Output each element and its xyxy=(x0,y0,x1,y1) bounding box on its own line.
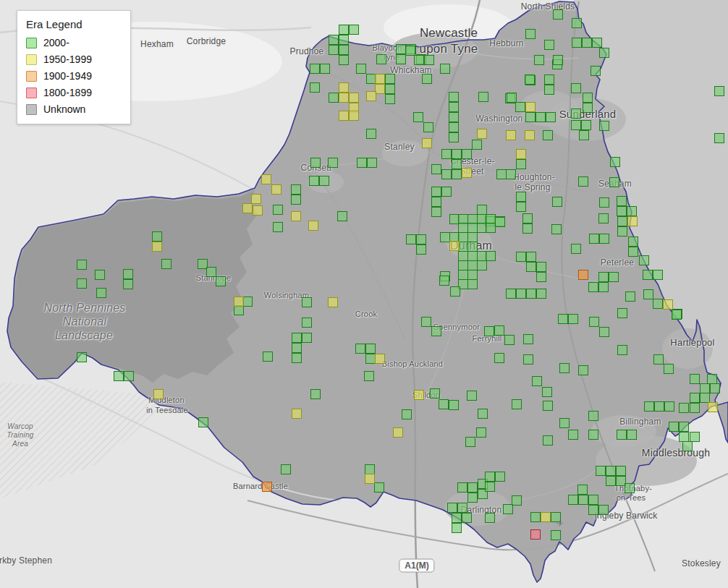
era-grid-cell-y[interactable] xyxy=(292,409,302,419)
era-grid-cell-g[interactable] xyxy=(367,158,377,168)
era-grid-cell-g[interactable] xyxy=(588,430,598,440)
era-grid-cell-g[interactable] xyxy=(413,112,423,122)
era-grid-cell-g[interactable] xyxy=(503,504,513,514)
era-grid-cell-g[interactable] xyxy=(291,195,301,205)
era-grid-cell-g[interactable] xyxy=(77,278,87,289)
era-grid-cell-g[interactable] xyxy=(571,83,581,93)
era-grid-cell-g[interactable] xyxy=(544,40,554,50)
era-grid-cell-g[interactable] xyxy=(551,530,561,540)
era-grid-cell-g[interactable] xyxy=(396,44,406,54)
era-grid-cell-g[interactable] xyxy=(653,299,663,309)
era-grid-cell-y[interactable] xyxy=(393,427,403,438)
era-grid-cell-g[interactable] xyxy=(485,482,495,492)
era-grid-cell-y[interactable] xyxy=(449,241,460,251)
era-grid-cell-y[interactable] xyxy=(339,93,349,103)
era-grid-cell-g[interactable] xyxy=(467,242,478,252)
era-grid-cell-g[interactable] xyxy=(310,64,320,74)
era-grid-cell-g[interactable] xyxy=(525,74,535,85)
era-grid-cell-g[interactable] xyxy=(599,327,609,337)
era-grid-cell-g[interactable] xyxy=(123,279,133,289)
era-grid-cell-g[interactable] xyxy=(599,197,609,208)
era-grid-cell-g[interactable] xyxy=(349,25,359,35)
era-grid-cell-g[interactable] xyxy=(516,159,526,169)
era-grid-cell-g[interactable] xyxy=(609,177,619,187)
era-grid-cell-g[interactable] xyxy=(465,437,475,447)
era-grid-cell-y[interactable] xyxy=(462,168,472,178)
era-grid-cell-g[interactable] xyxy=(578,365,588,375)
era-grid-cell-g[interactable] xyxy=(610,157,620,167)
era-grid-cell-y[interactable] xyxy=(525,102,536,112)
era-grid-cell-g[interactable] xyxy=(356,64,366,74)
era-grid-cell-g[interactable] xyxy=(337,211,347,221)
era-grid-cell-g[interactable] xyxy=(234,305,244,315)
era-grid-cell-g[interactable] xyxy=(599,234,609,244)
era-grid-cell-g[interactable] xyxy=(553,9,563,20)
era-grid-cell-g[interactable] xyxy=(114,371,124,381)
era-grid-cell-y[interactable] xyxy=(349,111,359,121)
era-grid-cell-g[interactable] xyxy=(516,202,526,212)
era-grid-cell-g[interactable] xyxy=(536,289,546,299)
era-grid-cell-g[interactable] xyxy=(504,335,515,345)
era-grid-cell-g[interactable] xyxy=(452,513,462,523)
era-grid-cell-g[interactable] xyxy=(588,411,598,421)
era-grid-cell-g[interactable] xyxy=(273,205,283,215)
era-grid-cell-g[interactable] xyxy=(523,334,533,344)
era-grid-cell-g[interactable] xyxy=(458,270,468,280)
era-grid-cell-g[interactable] xyxy=(242,297,253,307)
era-grid-cell-g[interactable] xyxy=(525,112,536,122)
era-grid-cell-g[interactable] xyxy=(439,276,449,286)
era-grid-cell-g[interactable] xyxy=(690,403,700,413)
era-grid-cell-g[interactable] xyxy=(617,196,627,206)
era-grid-cell-g[interactable] xyxy=(542,387,552,397)
era-grid-cell-g[interactable] xyxy=(416,244,426,255)
era-grid-cell-g[interactable] xyxy=(609,272,619,282)
era-grid-cell-g[interactable] xyxy=(281,464,291,474)
era-grid-cell-g[interactable] xyxy=(581,120,591,130)
era-grid-cell-g[interactable] xyxy=(536,262,546,272)
era-grid-cell-g[interactable] xyxy=(441,169,452,179)
era-grid-cell-o[interactable] xyxy=(262,482,272,492)
era-grid-cell-g[interactable] xyxy=(152,231,162,242)
era-grid-cell-g[interactable] xyxy=(654,401,664,412)
era-grid-cell-g[interactable] xyxy=(467,279,478,289)
era-grid-cell-g[interactable] xyxy=(406,234,416,244)
era-grid-cell-g[interactable] xyxy=(478,92,488,102)
era-grid-cell-g[interactable] xyxy=(124,371,134,381)
era-grid-cell-y[interactable] xyxy=(349,93,359,103)
era-grid-cell-y[interactable] xyxy=(251,194,261,204)
era-grid-cell-g[interactable] xyxy=(599,121,609,131)
era-grid-cell-g[interactable] xyxy=(458,260,468,270)
era-grid-cell-g[interactable] xyxy=(526,262,536,272)
era-grid-cell-g[interactable] xyxy=(583,103,593,113)
era-grid-cell-g[interactable] xyxy=(572,38,582,48)
era-grid-cell-g[interactable] xyxy=(672,310,682,320)
era-grid-cell-y[interactable] xyxy=(541,512,551,522)
era-grid-cell-g[interactable] xyxy=(477,260,487,270)
era-grid-cell-g[interactable] xyxy=(447,503,457,513)
era-grid-cell-g[interactable] xyxy=(714,86,724,96)
era-grid-cell-g[interactable] xyxy=(467,232,478,242)
era-grid-cell-g[interactable] xyxy=(628,247,638,257)
era-grid-cell-g[interactable] xyxy=(506,169,516,179)
era-grid-cell-g[interactable] xyxy=(421,317,431,327)
era-grid-cell-g[interactable] xyxy=(452,523,462,533)
era-grid-cell-g[interactable] xyxy=(457,503,467,513)
era-grid-cell-g[interactable] xyxy=(449,102,459,112)
era-grid-cell-g[interactable] xyxy=(206,267,216,277)
era-grid-cell-g[interactable] xyxy=(583,93,593,103)
era-grid-cell-g[interactable] xyxy=(589,234,599,244)
era-grid-cell-g[interactable] xyxy=(467,251,478,261)
era-grid-cell-g[interactable] xyxy=(606,466,616,476)
era-grid-cell-g[interactable] xyxy=(309,176,319,186)
era-grid-cell-y[interactable] xyxy=(328,297,338,307)
era-grid-cell-y[interactable] xyxy=(366,91,376,101)
era-grid-cell-y[interactable] xyxy=(234,297,244,307)
era-grid-cell-g[interactable] xyxy=(690,393,700,403)
era-grid-cell-g[interactable] xyxy=(328,158,338,168)
era-grid-cell-g[interactable] xyxy=(588,495,598,505)
era-grid-cell-g[interactable] xyxy=(449,92,459,102)
era-grid-cell-y[interactable] xyxy=(291,211,301,221)
era-grid-cell-g[interactable] xyxy=(440,232,450,242)
era-grid-cell-g[interactable] xyxy=(416,234,426,244)
era-grid-cell-g[interactable] xyxy=(526,252,536,262)
